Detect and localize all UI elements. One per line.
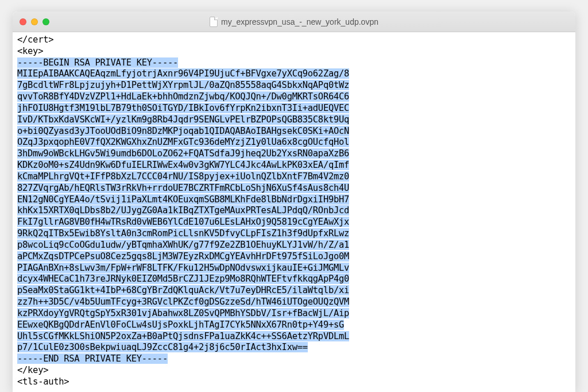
selected-text: IvD/KTbxKdaVSKcWI+/yzlKm9g8Rb4Jqdr9SENGL… bbox=[17, 114, 349, 125]
selected-text: o+bi0QZyasd3yJTooUOdBiO9n8DzMKPjoqab1QID… bbox=[17, 126, 349, 136]
code-line: <key> bbox=[17, 46, 571, 57]
selected-text: -----BEGIN RSA PRIVATE KEY----- bbox=[17, 57, 178, 68]
selected-text: -----END RSA PRIVATE KEY----- bbox=[17, 353, 168, 364]
selected-text: PIAGAnBXn+8sLwv3m/FpW+rWF8LTFK/Fku12H5wD… bbox=[17, 263, 349, 273]
code-line: EN12gN0CgYEA4o/tSvij1iPaXLmt4KOEuxqmSGB8… bbox=[17, 194, 571, 206]
title-wrap: my_expressvpn_usa_-_new_york_udp.ovpn bbox=[210, 17, 378, 27]
code-line: MIIEpAIBAAKCAQEAqzmLfyjotrjAxnr96V4PI9Uj… bbox=[17, 68, 571, 80]
code-line: o+bi0QZyasd3yJTooUOdBiO9n8DzMKPjoqab1QID… bbox=[17, 126, 571, 137]
code-line: 7gBcdltWFr8Lpjzujyh+D1PettWjXYrpmlJL/0aZ… bbox=[17, 80, 571, 91]
selected-text: FkI7gllrAG8VB0fH4wTRsRd0vWEB6YlCdE107u6L… bbox=[17, 217, 349, 227]
code-line: OZqJ3pxqophE0V7fQX2KWGXhxZnUZMFxGTc936de… bbox=[17, 137, 571, 148]
selected-text: EN12gN0CgYEA4o/tSvij1iPaXLmt4KOEuxqmSGB8… bbox=[17, 194, 349, 205]
code-line: EEwxeQKBgQDdrAEnVl0FoCLw4sUjsPoxkLjhTAgI… bbox=[17, 320, 571, 331]
code-line: 827ZVqrgAb/hEQRlsTW3rRkVh+rrdoUE7BCZRTFm… bbox=[17, 183, 571, 194]
code-line: </key> bbox=[17, 365, 571, 376]
code-line: zz7h++3D5C/v4b5UumTFcyg+3RGVclPKZcf0gDSG… bbox=[17, 297, 571, 308]
code-line: 3hDmw9oWBckLHGv5Wi9umdb6DOLoZO62+FQATSdf… bbox=[17, 148, 571, 160]
code-line: -----END RSA PRIVATE KEY----- bbox=[17, 353, 571, 365]
code-line: -----BEGIN RSA PRIVATE KEY----- bbox=[17, 57, 571, 69]
selected-text: dcyx4WHECaC1h73reJRNyk0EIZ0Md5BrCZJ1JEzp… bbox=[17, 274, 349, 284]
selected-text: pSeaMx0StaGG1kt+4IbP+68CgYBrZdQKlquAck/V… bbox=[17, 285, 349, 295]
code-line: pSeaMx0StaGG1kt+4IbP+68CgYBrZdQKlquAck/V… bbox=[17, 285, 571, 297]
file-icon bbox=[210, 17, 218, 27]
selected-text: qvvToR8BfY4DVzVZPl1+HdLaEk+bhhOmdznZjwbq… bbox=[17, 91, 349, 102]
window-title: my_expressvpn_usa_-_new_york_udp.ovpn bbox=[221, 17, 378, 26]
selected-text: EEwxeQKBgQDdrAEnVl0FoCLw4sUjsPoxkLjhTAgI… bbox=[17, 320, 344, 330]
code-line: 9RkQ2qITBx5Ewib8YsltA0n3cmRomPicLlsnKV5D… bbox=[17, 228, 571, 240]
code-line: kzPRXdoyYgVRQtgSpY5xR301vjAbahwx8LZ0SvQP… bbox=[17, 308, 571, 320]
close-icon[interactable] bbox=[20, 18, 26, 25]
code-line: KDKz0oM0+sZ4Udn9Kw6DfuIELRIWwEx4w0v3gKW7… bbox=[17, 160, 571, 171]
code-line: qvvToR8BfY4DVzVZPl1+HdLaEk+bhhOmdznZjwbq… bbox=[17, 91, 571, 103]
code-line: PIAGAnBXn+8sLwv3m/FpW+rWF8LTFK/Fku12H5wD… bbox=[17, 263, 571, 274]
selected-text: aPCMxZqsDTPCePsuO8Cez5gqs8LjM3W7EyzRxDMC… bbox=[17, 251, 349, 262]
selected-text: kCmaMPLhrgVQt+IFfP8bXzL7CCC04rNU/IS8pyje… bbox=[17, 171, 349, 182]
code-line: <tls-auth> bbox=[17, 376, 571, 388]
selected-text: KDKz0oM0+sZ4Udn9Kw6DfuIELRIWwEx4w0v3gKW7… bbox=[17, 160, 349, 170]
selected-text: p7/1CulE0z3O0sBekpwiuaqLJ9ZccC81g4+2j8j6… bbox=[17, 342, 308, 352]
code-line: FkI7gllrAG8VB0fH4wTRsRd0vWEB6YlCdE107u6L… bbox=[17, 217, 571, 228]
selected-text: 3hDmw9oWBckLHGv5Wi9umdb6DOLoZO62+FQATSdf… bbox=[17, 148, 349, 159]
selected-text: jhFOIU8Hgtf3M19lbL7B79th0SOiTGYD/IBkIov6… bbox=[17, 103, 349, 113]
titlebar[interactable]: my_expressvpn_usa_-_new_york_udp.ovpn bbox=[13, 11, 575, 32]
selected-text: zz7h++3D5C/v4b5UumTFcyg+3RGVclPKZcf0gDSG… bbox=[17, 297, 349, 307]
selected-text: Uhl5sCGfMKkLShiON5P2oxZa+B0aPtQjsdnsFPa1… bbox=[17, 331, 349, 341]
code-line: kCmaMPLhrgVQt+IFfP8bXzL7CCC04rNU/IS8pyje… bbox=[17, 171, 571, 183]
selected-text: 9RkQ2qITBx5Ewib8YsltA0n3cmRomPicLlsnKV5D… bbox=[17, 228, 349, 239]
code-line: </cert> bbox=[17, 34, 571, 46]
minimize-icon[interactable] bbox=[31, 18, 38, 25]
traffic-lights bbox=[20, 18, 49, 25]
selected-text: 827ZVqrgAb/hEQRlsTW3rRkVh+rrdoUE7BCZRTFm… bbox=[17, 183, 349, 193]
editor-window: my_expressvpn_usa_-_new_york_udp.ovpn </… bbox=[13, 11, 575, 392]
code-line: IvD/KTbxKdaVSKcWI+/yzlKm9g8Rb4Jqdr9SENGL… bbox=[17, 114, 571, 126]
code-line: aPCMxZqsDTPCePsuO8Cez5gqs8LjM3W7EyzRxDMC… bbox=[17, 251, 571, 263]
code-line: dcyx4WHECaC1h73reJRNyk0EIZ0Md5BrCZJ1JEzp… bbox=[17, 274, 571, 285]
selected-text: khKx15XRTX0qLDbs8b2/UJygZG0Aa1kIBqZTXTge… bbox=[17, 205, 349, 216]
selected-text: kzPRXdoyYgVRQtgSpY5xR301vjAbahwx8LZ0SvQP… bbox=[17, 308, 349, 318]
selected-text: OZqJ3pxqophE0V7fQX2KWGXhxZnUZMFxGTc936de… bbox=[17, 137, 349, 147]
code-line: Uhl5sCGfMKkLShiON5P2oxZa+B0aPtQjsdnsFPa1… bbox=[17, 331, 571, 343]
selected-text: 7gBcdltWFr8Lpjzujyh+D1PettWjXYrpmlJL/0aZ… bbox=[17, 80, 349, 90]
code-line: p8wcoLiq9cCoOGdu1udw/yBTqmhaXWhUK/g77f9Z… bbox=[17, 240, 571, 251]
text-editor-content[interactable]: </cert><key>-----BEGIN RSA PRIVATE KEY--… bbox=[13, 32, 575, 392]
code-line: p7/1CulE0z3O0sBekpwiuaqLJ9ZccC81g4+2j8j6… bbox=[17, 342, 571, 353]
code-line: khKx15XRTX0qLDbs8b2/UJygZG0Aa1kIBqZTXTge… bbox=[17, 205, 571, 217]
selected-text: MIIEpAIBAAKCAQEAqzmLfyjotrjAxnr96V4PI9Uj… bbox=[17, 68, 349, 79]
maximize-icon[interactable] bbox=[42, 18, 49, 25]
code-line: jhFOIU8Hgtf3M19lbL7B79th0SOiTGYD/IBkIov6… bbox=[17, 103, 571, 114]
selected-text: p8wcoLiq9cCoOGdu1udw/yBTqmhaXWhUK/g77f9Z… bbox=[17, 240, 349, 250]
